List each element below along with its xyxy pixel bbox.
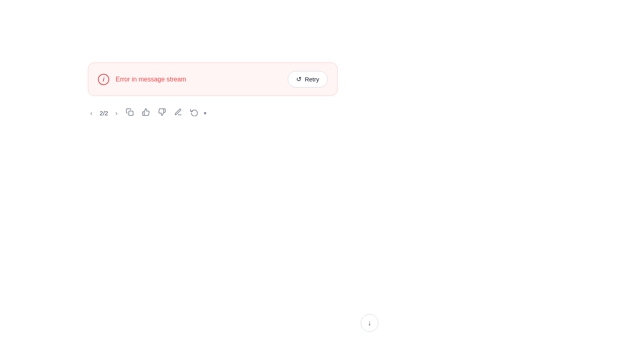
- scroll-down-button[interactable]: ↓: [361, 314, 378, 332]
- error-card: i Error in message stream ↺ Retry: [88, 62, 338, 96]
- error-message: Error in message stream: [116, 76, 281, 83]
- retry-button[interactable]: ↺ Retry: [288, 71, 328, 87]
- edit-button[interactable]: [172, 106, 185, 121]
- refresh-dropdown-button[interactable]: ▼: [202, 108, 209, 118]
- copy-icon: [126, 108, 134, 118]
- edit-icon: [174, 108, 182, 118]
- copy-button[interactable]: [123, 106, 136, 121]
- prev-button[interactable]: ‹: [88, 108, 95, 119]
- refresh-icon: [190, 108, 198, 118]
- info-icon: i: [98, 74, 109, 85]
- chevron-down-icon: ▼: [203, 111, 208, 116]
- message-toolbar: ‹ 2/2 ›: [88, 106, 338, 121]
- prev-icon: ‹: [90, 110, 92, 117]
- refresh-with-dropdown: ▼: [188, 106, 209, 121]
- thumbs-down-button[interactable]: [156, 106, 168, 121]
- svg-rect-0: [129, 111, 133, 116]
- thumbs-up-button[interactable]: [139, 106, 152, 121]
- thumbs-down-icon: [158, 108, 166, 118]
- page-counter: 2/2: [98, 110, 110, 117]
- scroll-down-icon: ↓: [368, 319, 372, 327]
- thumbs-up-icon: [142, 108, 150, 118]
- refresh-button[interactable]: [188, 106, 201, 121]
- next-button[interactable]: ›: [113, 108, 120, 119]
- error-icon-wrapper: i: [98, 74, 109, 85]
- next-icon: ›: [115, 110, 117, 117]
- retry-icon: ↺: [296, 75, 301, 83]
- retry-label: Retry: [305, 76, 319, 83]
- main-content: i Error in message stream ↺ Retry ‹ 2/2 …: [88, 62, 338, 121]
